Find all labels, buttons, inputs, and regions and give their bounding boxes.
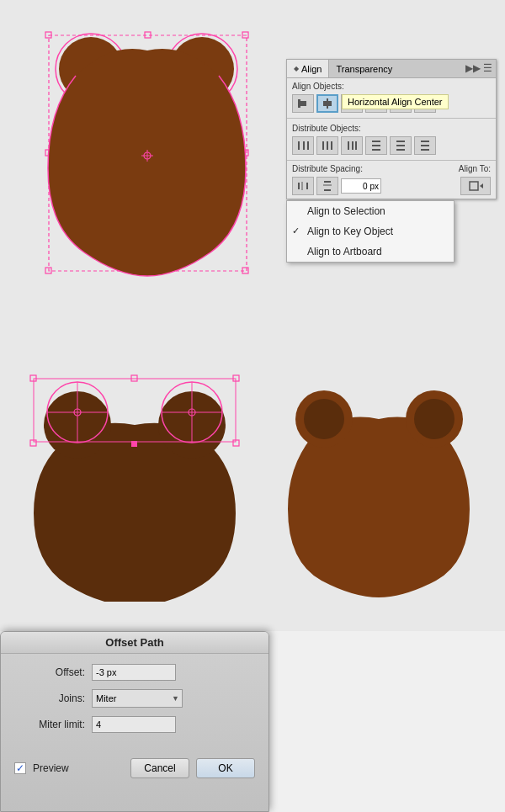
tooltip-horizontal-align-center: Horizontal Align Center [342, 94, 449, 109]
svg-rect-52 [470, 182, 478, 190]
svg-rect-35 [352, 141, 354, 150]
joins-label: Joins: [18, 693, 85, 704]
svg-point-74 [414, 399, 454, 439]
ok-button[interactable]: OK [196, 758, 255, 778]
dropdown-item-align-to-artboard[interactable]: Align to Artboard [287, 241, 454, 262]
svg-rect-46 [298, 183, 300, 189]
svg-point-72 [304, 399, 344, 439]
joins-row: Joins: Miter Round Bevel ▼ [18, 689, 252, 708]
svg-rect-29 [303, 141, 305, 150]
svg-rect-44 [421, 145, 429, 146]
panel-overflow-icon[interactable]: ▶▶ ☰ [465, 62, 492, 74]
cancel-button[interactable]: Cancel [130, 758, 189, 778]
svg-rect-31 [322, 141, 324, 150]
svg-rect-37 [372, 141, 380, 142]
svg-rect-50 [324, 189, 331, 191]
dialog-body: Offset: Joins: Miter Round Bevel ▼ Miter… [1, 654, 268, 751]
distribute-left-button[interactable] [292, 136, 314, 155]
svg-rect-49 [324, 181, 331, 183]
align-objects-buttons: Horizontal Align Center [287, 93, 496, 116]
distribute-objects-label: Distribute Objects: [287, 120, 496, 135]
distribute-spacing-label: Distribute Spacing: [292, 164, 375, 173]
joins-select[interactable]: Miter Round Bevel [92, 689, 183, 708]
bear-canvas-top [17, 25, 278, 282]
svg-marker-53 [480, 183, 483, 188]
miter-limit-label: Miter limit: [18, 719, 85, 730]
preview-checkbox[interactable]: ✓ [14, 762, 26, 774]
distribute-space-v-button[interactable] [316, 177, 338, 195]
align-to-label: Align To: [459, 164, 491, 173]
middle-section [0, 303, 505, 631]
dropdown-item-align-to-key-object[interactable]: Align to Key Object [287, 221, 454, 241]
bear-canvas-left [17, 362, 252, 602]
dialog-overlay: Offset Path Offset: Joins: Miter Round B… [0, 631, 505, 812]
align-panel: ◆ Align Transparency ▶▶ ☰ Align Objects:… [286, 59, 497, 199]
svg-rect-40 [396, 141, 405, 142]
svg-rect-39 [372, 149, 380, 151]
align-objects-label: Align Objects: [287, 78, 496, 93]
svg-rect-34 [348, 141, 349, 150]
svg-rect-38 [372, 145, 380, 146]
preview-label: Preview [33, 762, 69, 774]
distribute-right-button[interactable] [341, 136, 363, 155]
distribute-space-h-button[interactable] [292, 177, 314, 195]
top-section: ◆ Align Transparency ▶▶ ☰ Align Objects:… [0, 0, 505, 303]
svg-rect-32 [327, 141, 328, 150]
align-to-dropdown[interactable] [460, 177, 491, 195]
svg-rect-33 [331, 141, 332, 150]
miter-limit-input[interactable] [92, 716, 176, 733]
svg-rect-43 [421, 141, 429, 142]
panel-tabs: ◆ Align Transparency ▶▶ ☰ [287, 60, 496, 78]
distribute-objects-buttons [287, 135, 496, 158]
svg-rect-45 [421, 149, 429, 151]
dialog-title: Offset Path [1, 632, 268, 654]
distribute-bottom-button[interactable] [414, 136, 436, 155]
offset-input[interactable] [92, 664, 176, 681]
svg-rect-36 [355, 141, 357, 150]
offset-row: Offset: [18, 664, 252, 681]
diamond-icon: ◆ [294, 65, 299, 72]
dialog-buttons: Cancel OK [130, 758, 255, 778]
tab-align[interactable]: ◆ Align [287, 60, 329, 77]
tab-transparency[interactable]: Transparency [329, 60, 399, 77]
joins-select-wrapper: Miter Round Bevel ▼ [92, 689, 183, 708]
distribute-center-v-button[interactable] [390, 136, 412, 155]
svg-rect-16 [298, 99, 300, 108]
offset-path-dialog: Offset Path Offset: Joins: Miter Round B… [0, 631, 269, 812]
distribute-spacing-buttons [287, 175, 496, 199]
svg-rect-30 [307, 141, 309, 150]
svg-rect-47 [306, 183, 308, 189]
svg-rect-19 [323, 101, 332, 106]
svg-rect-41 [396, 145, 405, 146]
bear-canvas-right [269, 362, 488, 602]
distribute-top-button[interactable] [365, 136, 387, 155]
svg-rect-42 [396, 149, 405, 151]
align-to-dropdown-menu: Align to Selection Align to Key Object A… [286, 200, 454, 263]
miter-limit-row: Miter limit: [18, 716, 252, 733]
dialog-footer: ✓ Preview Cancel OK [1, 751, 268, 778]
svg-rect-17 [300, 101, 306, 106]
align-center-horizontal-button[interactable]: Horizontal Align Center [316, 94, 338, 113]
distribute-center-h-button[interactable] [316, 136, 338, 155]
svg-rect-28 [298, 141, 300, 150]
spacing-value-input[interactable] [341, 178, 381, 194]
checkbox-check-icon: ✓ [16, 762, 24, 774]
svg-rect-70 [131, 441, 137, 447]
dropdown-item-align-to-selection[interactable]: Align to Selection [287, 201, 454, 221]
offset-label: Offset: [18, 666, 85, 678]
align-left-button[interactable] [292, 94, 314, 113]
